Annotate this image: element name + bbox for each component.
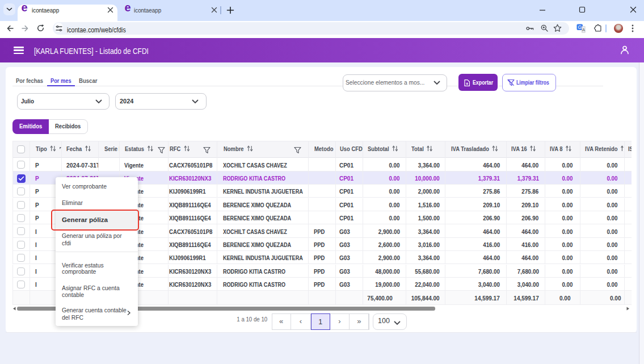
svg-text:G: G — [578, 24, 582, 30]
svg-text:A: A — [582, 27, 585, 32]
